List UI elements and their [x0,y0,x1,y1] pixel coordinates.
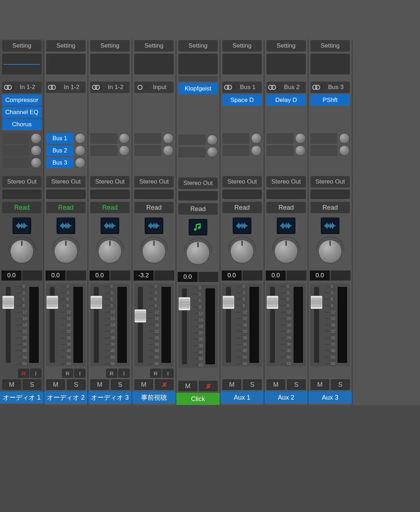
mute-button[interactable]: M [222,379,241,390]
input-slot[interactable]: In 1-2 [90,82,130,93]
track-name[interactable]: オーディオ 1 [0,391,44,404]
eq-thumbnail[interactable] [46,54,86,74]
fader-cap[interactable] [2,296,14,309]
solo-button[interactable]: S [67,379,86,390]
record-enable-button[interactable]: R [150,369,161,378]
mute-button[interactable]: M [310,379,329,390]
send-slot[interactable] [222,145,250,156]
input-slot[interactable]: Bus 2 [266,82,306,93]
peak-readout[interactable] [66,270,86,281]
mute-button[interactable]: M [266,379,285,390]
fader-cap[interactable] [46,296,58,309]
fader-cap[interactable] [310,296,323,309]
group-slot[interactable] [222,190,262,199]
send-slot[interactable] [90,133,117,144]
fader-cap[interactable] [90,296,102,309]
peak-readout[interactable] [330,270,351,281]
group-slot[interactable] [90,190,130,199]
input-slot[interactable]: In 1-2 [46,82,86,93]
track-icon[interactable] [189,219,207,235]
mute-button[interactable]: M [46,379,65,390]
automation-mode-button[interactable]: Read [90,202,130,213]
send-slot[interactable] [310,145,338,156]
track-name[interactable]: オーディオ 3 [88,391,132,404]
send-level-knob[interactable] [119,145,130,156]
pan-knob[interactable] [274,240,298,263]
mute-button[interactable]: M [178,381,197,391]
output-slot[interactable]: Stereo Out [310,176,350,187]
fader-cap[interactable] [134,309,146,323]
input-format-icon[interactable] [222,84,234,90]
send-level-knob[interactable] [251,133,262,144]
setting-button[interactable]: Setting [2,40,42,52]
input-slot[interactable]: Input [134,82,174,93]
pan-knob[interactable] [230,240,254,263]
group-slot[interactable] [178,191,218,200]
track-name[interactable]: Aux 3 [308,391,352,404]
insert-plugin[interactable]: Chorus [2,119,42,130]
eq-thumbnail[interactable] [178,54,218,74]
volume-db[interactable]: 0.0 [1,270,21,281]
instrument-slot[interactable]: Klopfgeist [178,83,218,94]
output-slot[interactable]: Stereo Out [222,176,262,187]
group-slot[interactable] [310,190,350,199]
fader-cap[interactable] [266,296,279,309]
track-name[interactable]: Aux 2 [264,391,308,404]
automation-mode-button[interactable]: Read [310,202,350,213]
send-level-knob[interactable] [295,133,306,144]
group-slot[interactable] [134,190,174,199]
output-slot[interactable]: Stereo Out [46,176,86,187]
fader-track[interactable] [314,287,319,363]
send-level-knob[interactable] [31,157,42,168]
fader-track[interactable] [226,287,231,363]
automation-mode-button[interactable]: Read [2,202,42,213]
track-icon[interactable] [277,218,295,234]
send-level-knob[interactable] [31,145,42,156]
pan-knob[interactable] [10,240,34,263]
send-level-knob[interactable] [339,145,350,156]
input-format-icon[interactable] [90,84,102,90]
solo-button[interactable]: S [331,379,350,390]
send-slot[interactable] [2,145,29,156]
solo-button[interactable]: S [23,379,42,390]
send-level-knob[interactable] [75,157,86,168]
input-format-icon[interactable] [46,84,58,90]
insert-plugin[interactable]: Compressor [2,94,42,106]
group-slot[interactable] [2,190,42,199]
output-slot[interactable]: Stereo Out [266,176,306,187]
automation-mode-button[interactable]: Read [46,202,86,213]
mute-button[interactable]: M [2,379,21,390]
track-name[interactable]: Click [176,393,220,405]
send-level-knob[interactable] [207,135,218,145]
input-monitor-button[interactable]: I [30,369,42,378]
send-slot[interactable] [90,145,117,156]
eq-thumbnail[interactable] [90,54,130,74]
send-slot[interactable] [178,147,206,157]
input-slot[interactable]: Bus 1 [222,82,262,93]
peak-readout[interactable] [110,270,130,281]
peak-readout[interactable] [198,272,218,282]
send-slot[interactable] [134,145,161,156]
eq-thumbnail[interactable] [2,54,42,74]
volume-db[interactable]: 0.0 [310,270,330,281]
input-format-icon[interactable] [266,84,278,90]
setting-button[interactable]: Setting [46,40,86,52]
track-name[interactable]: Aux 1 [220,391,264,404]
volume-db[interactable]: 0.0 [178,272,198,282]
peak-readout[interactable] [154,270,174,281]
send-slot[interactable] [178,135,206,145]
peak-readout[interactable] [22,270,42,281]
solo-button[interactable]: S [155,379,174,390]
insert-plugin[interactable]: Channel EQ [2,107,42,118]
peak-readout[interactable] [286,270,306,281]
record-enable-button[interactable]: R [18,369,29,378]
input-format-icon[interactable] [134,84,146,90]
fader-track[interactable] [270,287,275,363]
volume-db[interactable]: -3.2 [134,270,154,281]
solo-button[interactable]: S [111,379,130,390]
pan-knob[interactable] [142,240,166,263]
group-slot[interactable] [266,190,306,199]
pan-knob[interactable] [54,240,78,263]
send-slot[interactable] [310,133,338,144]
track-icon[interactable] [145,218,163,234]
